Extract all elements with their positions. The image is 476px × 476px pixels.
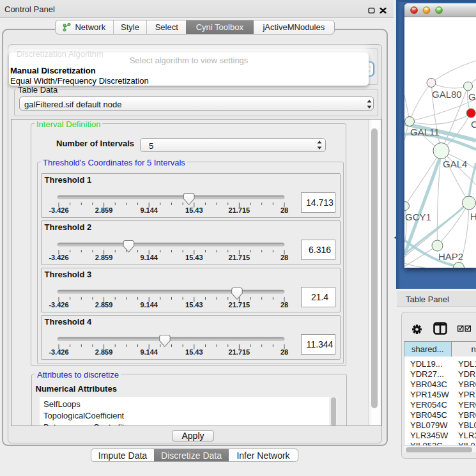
svg-text:15.43: 15.43 — [185, 348, 203, 355]
svg-text:21.715: 21.715 — [229, 253, 250, 261]
svg-text:2.859: 2.859 — [95, 206, 113, 213]
svg-text:2.859: 2.859 — [95, 253, 113, 261]
svg-text:21.715: 21.715 — [229, 348, 250, 355]
svg-text:28: 28 — [280, 253, 288, 261]
svg-text:-3.426: -3.426 — [49, 253, 68, 261]
svg-text:28: 28 — [280, 348, 288, 355]
svg-text:CY: CY — [471, 119, 476, 130]
svg-text:-3.426: -3.426 — [49, 348, 68, 355]
svg-text:2.859: 2.859 — [95, 300, 113, 308]
svg-text:28: 28 — [280, 206, 288, 213]
svg-text:15.43: 15.43 — [185, 206, 203, 213]
svg-text:GAL7: GAL7 — [468, 91, 476, 102]
svg-text:HAP2: HAP2 — [438, 251, 463, 262]
svg-text:GAL11: GAL11 — [410, 127, 440, 137]
svg-text:2.859: 2.859 — [95, 348, 113, 355]
svg-text:9.144: 9.144 — [140, 206, 158, 213]
svg-text:GAL80: GAL80 — [432, 89, 462, 100]
svg-text:21.715: 21.715 — [229, 300, 250, 308]
svg-text:-3.426: -3.426 — [49, 300, 68, 308]
svg-text:15.43: 15.43 — [185, 253, 203, 261]
svg-text:15.43: 15.43 — [185, 300, 203, 308]
svg-text:HI: HI — [470, 211, 476, 222]
svg-text:9.144: 9.144 — [140, 348, 158, 355]
svg-text:9.144: 9.144 — [140, 253, 158, 261]
svg-text:21.715: 21.715 — [229, 206, 250, 213]
svg-text:-3.426: -3.426 — [49, 206, 68, 213]
svg-text:GCY1: GCY1 — [405, 211, 431, 222]
svg-text:9.144: 9.144 — [140, 300, 158, 308]
svg-text:28: 28 — [280, 300, 288, 308]
svg-text:GAL4: GAL4 — [443, 158, 467, 169]
